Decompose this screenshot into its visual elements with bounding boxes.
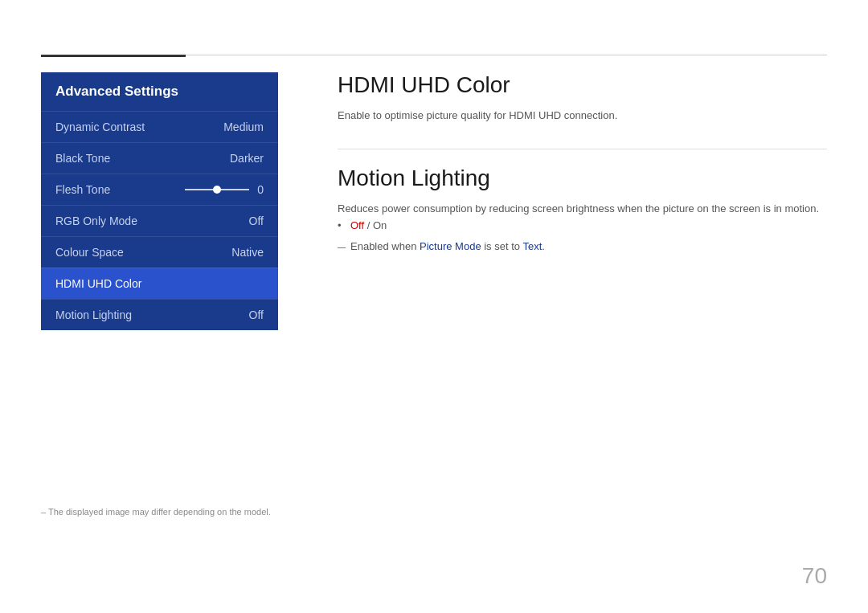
menu-item-label: Colour Space (55, 246, 124, 259)
menu-item-label: Motion Lighting (55, 309, 132, 321)
bullet-on-text: On (373, 219, 387, 231)
note-period: . (542, 240, 545, 252)
hdmi-uhd-color-desc: Enable to optimise picture quality for H… (338, 108, 827, 125)
menu-item-flesh-tone[interactable]: Flesh Tone 0 (41, 174, 278, 205)
note-text: Enabled when (350, 240, 420, 252)
flesh-tone-right: 0 (185, 183, 264, 196)
motion-lighting-title: Motion Lighting (338, 166, 827, 191)
slider-thumb (213, 186, 221, 194)
menu-item-value: Off (249, 309, 264, 321)
motion-lighting-desc: Reduces power consumption by reducing sc… (338, 201, 827, 218)
flesh-tone-value: 0 (257, 183, 264, 196)
menu-item-colour-space[interactable]: Colour Space Native (41, 236, 278, 268)
menu-item-motion-lighting[interactable]: Motion Lighting Off (41, 299, 278, 330)
note-link-picture-mode: Picture Mode (420, 240, 481, 252)
footer-note: – The displayed image may differ dependi… (41, 507, 271, 517)
hdmi-uhd-color-section: HDMI UHD Color Enable to optimise pictur… (338, 72, 827, 125)
bullet-off-on: Off / On (338, 218, 827, 235)
menu-item-value: Native (231, 246, 264, 259)
menu-item-hdmi-uhd-color[interactable]: HDMI UHD Color (41, 268, 278, 299)
bullet-off-text: Off (350, 219, 364, 231)
bullet-slash: / (364, 219, 373, 231)
motion-lighting-section: Motion Lighting Reduces power consumptio… (338, 166, 827, 255)
sidebar: Advanced Settings Dynamic Contrast Mediu… (41, 72, 278, 330)
section-divider (338, 149, 827, 149)
menu-item-value: Off (249, 215, 264, 227)
menu-item-dynamic-contrast[interactable]: Dynamic Contrast Medium (41, 111, 278, 142)
content-area: HDMI UHD Color Enable to optimise pictur… (338, 72, 827, 280)
top-line-dark (41, 55, 186, 57)
sidebar-header: Advanced Settings (41, 72, 278, 111)
page-number: 70 (802, 563, 827, 589)
menu-item-black-tone[interactable]: Black Tone Darker (41, 142, 278, 174)
note-link-text: Text (522, 240, 542, 252)
note-middle: is set to (481, 240, 523, 252)
menu-item-label: Black Tone (55, 152, 110, 165)
menu-item-value: Medium (223, 121, 264, 133)
menu-item-value: Darker (230, 152, 264, 165)
menu-item-label: Dynamic Contrast (55, 121, 145, 133)
motion-lighting-bullets: Off / On (338, 218, 827, 235)
hdmi-uhd-color-title: HDMI UHD Color (338, 72, 827, 98)
flesh-tone-slider[interactable] (185, 189, 249, 190)
menu-item-rgb-only-mode[interactable]: RGB Only Mode Off (41, 205, 278, 236)
menu-item-label: Flesh Tone (55, 183, 110, 196)
menu-item-label: HDMI UHD Color (55, 277, 141, 290)
menu-item-label: RGB Only Mode (55, 215, 137, 227)
enabled-note: Enabled when Picture Mode is set to Text… (338, 239, 827, 255)
